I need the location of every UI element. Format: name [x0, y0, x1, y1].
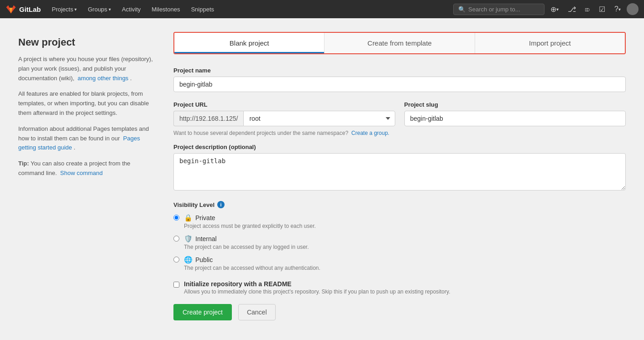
search-box[interactable]: 🔍 Search or jump to... — [453, 4, 545, 15]
brand[interactable]: GitLab — [5, 4, 41, 15]
project-slug-input[interactable] — [404, 111, 626, 126]
tab-import-project[interactable]: Import project — [475, 33, 625, 53]
gitlab-wordmark: GitLab — [19, 5, 41, 13]
search-placeholder: Search or jump to... — [468, 6, 520, 13]
nav-activity[interactable]: Activity — [118, 4, 144, 15]
readme-checkbox-label: Initialize repository with a README — [184, 280, 450, 288]
nav-snippets[interactable]: Snippets — [187, 4, 218, 15]
navbar-right: 🔍 Search or jump to... ⊕ ▾ ⎇ ⎄ ☑ ? ▾ — [453, 3, 639, 15]
user-avatar[interactable] — [627, 3, 639, 15]
readme-checkbox-group: Initialize repository with a README Allo… — [173, 280, 626, 295]
show-command-link[interactable]: Show command — [60, 170, 103, 176]
todos-icon-button[interactable]: ☑ — [596, 3, 608, 15]
help-icon-button[interactable]: ? ▾ — [611, 3, 624, 15]
nav-milestones[interactable]: Milestones — [148, 4, 183, 15]
sidebar-tip: Tip: You can also create a project from … — [18, 159, 155, 178]
among-other-things-link[interactable]: among other things — [78, 75, 128, 82]
sidebar-para3: Information about additional Pages templ… — [18, 124, 155, 153]
project-name-label: Project name — [173, 67, 626, 74]
cancel-button[interactable]: Cancel — [238, 304, 276, 320]
form-actions: Create project Cancel — [173, 304, 626, 320]
create-group-link[interactable]: Create a group. — [351, 130, 389, 136]
merge-requests-icon-button[interactable]: ⎄ — [582, 3, 593, 15]
create-project-button[interactable]: Create project — [173, 304, 232, 320]
visibility-header: Visibility Level i — [173, 201, 626, 208]
new-item-button[interactable]: ⊕ ▾ — [547, 3, 562, 15]
commits-icon-button[interactable]: ⎇ — [565, 3, 579, 15]
readme-checkbox-desc: Allows you to immediately clone this pro… — [184, 288, 450, 295]
project-name-input[interactable] — [173, 77, 626, 92]
globe-icon: 🌐 — [184, 256, 193, 264]
groups-chevron-icon: ▾ — [109, 7, 111, 12]
readme-checkbox[interactable] — [173, 282, 179, 288]
project-url-label: Project URL — [173, 101, 395, 108]
sidebar: New project A project is where you house… — [18, 32, 155, 326]
internal-desc: The project can be accessed by any logge… — [184, 244, 309, 250]
project-description-input[interactable]: begin-gitlab — [173, 153, 626, 191]
namespace-select[interactable]: root — [243, 111, 395, 126]
project-slug-label: Project slug — [404, 101, 626, 108]
project-url-group: Project URL http://192.168.1.125/ root — [173, 101, 395, 126]
private-desc: Project access must be granted explicitl… — [184, 223, 316, 229]
visibility-internal-option: 🛡️ Internal The project can be accessed … — [173, 235, 626, 250]
visibility-group: Visibility Level i 🔒 Private Project acc… — [173, 201, 626, 271]
nav-groups[interactable]: Groups ▾ — [84, 4, 115, 15]
tab-bar: Blank project Create from template Impor… — [173, 32, 626, 54]
gitlab-logo-icon — [5, 4, 16, 15]
visibility-public-radio[interactable] — [173, 257, 179, 263]
project-description-label: Project description (optional) — [173, 144, 626, 150]
project-name-group: Project name — [173, 67, 626, 92]
main-container: New project A project is where you house… — [0, 18, 644, 340]
project-url-row: http://192.168.1.125/ root — [173, 111, 395, 126]
visibility-public-option: 🌐 Public The project can be accessed wit… — [173, 256, 626, 271]
search-icon: 🔍 — [458, 6, 466, 13]
visibility-private-option: 🔒 Private Project access must be granted… — [173, 214, 626, 229]
visibility-internal-radio[interactable] — [173, 236, 179, 242]
projects-chevron-icon: ▾ — [74, 7, 77, 12]
url-prefix: http://192.168.1.125/ — [173, 111, 243, 126]
page-title: New project — [18, 36, 155, 48]
shield-icon: 🛡️ — [184, 235, 193, 243]
sidebar-para1: A project is where you house your files … — [18, 55, 155, 83]
project-slug-group: Project slug — [404, 101, 626, 126]
tab-create-from-template[interactable]: Create from template — [325, 33, 475, 53]
visibility-private-radio[interactable] — [173, 215, 179, 221]
content-area: Blank project Create from template Impor… — [173, 32, 626, 326]
nav-projects[interactable]: Projects ▾ — [48, 4, 81, 15]
visibility-info-icon[interactable]: i — [217, 201, 225, 208]
lock-icon: 🔒 — [184, 214, 193, 222]
navbar: GitLab Projects ▾ Groups ▾ Activity Mile… — [0, 0, 644, 18]
tab-blank-project[interactable]: Blank project — [174, 33, 325, 53]
new-project-form: Project name Project URL http://192.168.… — [173, 67, 626, 320]
project-description-group: Project description (optional) begin-git… — [173, 144, 626, 192]
sidebar-para2: All features are enabled for blank proje… — [18, 89, 155, 118]
namespace-help: Want to house several dependent projects… — [173, 130, 626, 136]
public-desc: The project can be accessed without any … — [184, 265, 320, 271]
